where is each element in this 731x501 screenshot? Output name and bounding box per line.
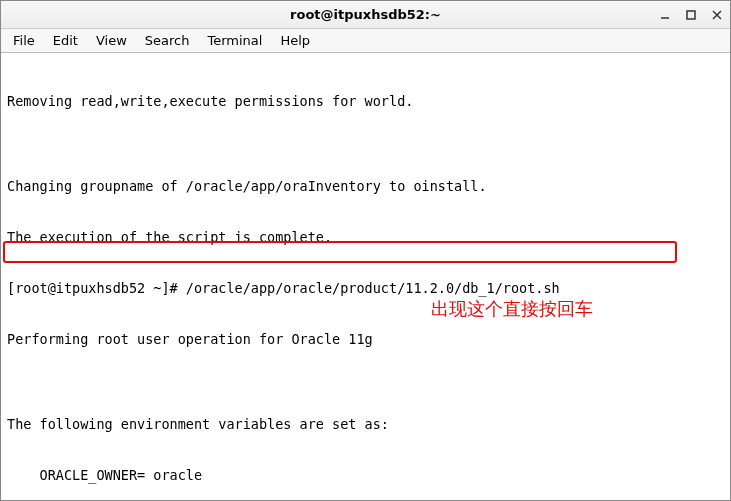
terminal-viewport[interactable]: Removing read,write,execute permissions … [1,53,730,501]
terminal-line: Performing root user operation for Oracl… [7,331,724,348]
menu-help[interactable]: Help [272,31,318,50]
maximize-button[interactable] [684,8,698,22]
window-controls [658,1,724,28]
window-title: root@itpuxhsdb52:~ [290,7,441,22]
svg-rect-1 [687,11,695,19]
terminal-line: ORACLE_OWNER= oracle [7,467,724,484]
terminal-line: Removing read,write,execute permissions … [7,93,724,110]
menu-file[interactable]: File [5,31,43,50]
terminal-line: The following environment variables are … [7,416,724,433]
terminal-line: Changing groupname of /oracle/app/oraInv… [7,178,724,195]
menu-edit[interactable]: Edit [45,31,86,50]
menu-search[interactable]: Search [137,31,198,50]
window-titlebar: root@itpuxhsdb52:~ [1,1,730,29]
terminal-line: The execution of the script is complete. [7,229,724,246]
minimize-button[interactable] [658,8,672,22]
menubar: File Edit View Search Terminal Help [1,29,730,53]
terminal-line: [root@itpuxhsdb52 ~]# /oracle/app/oracle… [7,280,724,297]
menu-view[interactable]: View [88,31,135,50]
menu-terminal[interactable]: Terminal [199,31,270,50]
annotation-text: 出现这个直接按回车 [431,301,593,318]
close-button[interactable] [710,8,724,22]
